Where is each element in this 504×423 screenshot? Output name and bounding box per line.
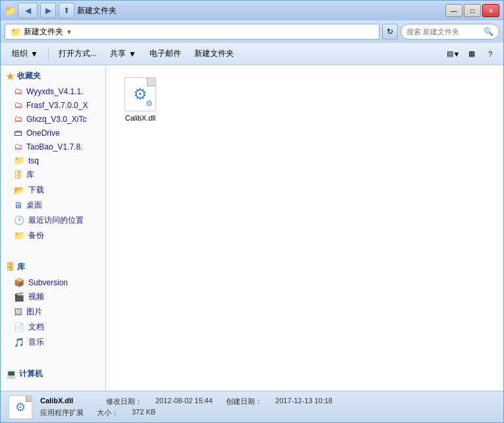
sidebar-item-desktop[interactable]: 🖥 桌面 xyxy=(1,198,105,213)
sidebar-item-image[interactable]: 🖼 图片 xyxy=(1,304,105,320)
email-button[interactable]: 电子邮件 xyxy=(144,45,187,63)
sidebar-item-doc-label: 文档 xyxy=(28,322,44,333)
stack-icon: 🗂 xyxy=(14,86,22,96)
help-button[interactable]: ? xyxy=(482,46,498,62)
new-folder-button[interactable]: 新建文件夹 xyxy=(188,45,240,63)
library-label: 库 xyxy=(17,262,25,273)
sidebar: ★ 收藏夹 🗂 Wyyxds_V4.1.1. 🗂 Frasf_V3.7.0.0_… xyxy=(1,65,106,391)
view-details-button[interactable]: ▤ ▼ xyxy=(445,46,461,62)
sidebar-item-taobao[interactable]: 🗂 TaoBao_V1.7.8. xyxy=(1,140,105,154)
sidebar-item-download-label: 下载 xyxy=(28,184,44,196)
back-button[interactable]: ◀ xyxy=(18,3,38,18)
content-area: ★ 收藏夹 🗂 Wyyxds_V4.1.1. 🗂 Frasf_V3.7.0.0_… xyxy=(1,65,503,391)
status-bar: ⚙ CalibX.dll 修改日期： 2012-08-02 15:44 创建日期… xyxy=(1,391,503,422)
sidebar-item-music[interactable]: 🎵 音乐 xyxy=(1,335,105,350)
sidebar-gap-1 xyxy=(1,246,105,256)
sidebar-item-frasf-label: Frasf_V3.7.0.0_X xyxy=(26,101,88,110)
close-button[interactable]: ✕ xyxy=(482,4,499,17)
status-row-1: CalibX.dll 修改日期： 2012-08-02 15:44 创建日期： … xyxy=(40,397,495,407)
refresh-icon: ↻ xyxy=(387,27,393,36)
video-icon: 🎬 xyxy=(14,292,24,302)
gear-small-icon: ⚙ xyxy=(146,99,153,108)
image-icon: 🖼 xyxy=(14,307,22,317)
sidebar-item-recent[interactable]: 🕐 最近访问的位置 xyxy=(1,213,105,228)
view-details-icon: ▤ xyxy=(447,49,453,58)
status-info: CalibX.dll 修改日期： 2012-08-02 15:44 创建日期： … xyxy=(40,397,495,418)
view-dropdown-icon: ▼ xyxy=(453,50,461,58)
forward-icon: ▶ xyxy=(45,6,51,15)
organize-button[interactable]: 组织 ▼ xyxy=(6,45,44,63)
address-folder-icon: 📁 xyxy=(11,27,21,37)
dll-icon: ⚙ ⚙ xyxy=(125,77,156,111)
sidebar-item-image-label: 图片 xyxy=(26,306,42,318)
refresh-button[interactable]: ↻ xyxy=(382,24,398,40)
sidebar-gap-2 xyxy=(1,352,105,363)
sidebar-item-video[interactable]: 🎬 视频 xyxy=(1,289,105,304)
sidebar-item-wyyxds[interactable]: 🗂 Wyyxds_V4.1.1. xyxy=(1,84,105,98)
sidebar-item-backup-label: 备份 xyxy=(28,230,44,241)
status-filename: CalibX.dll xyxy=(40,397,93,407)
view-tiles-button[interactable]: ▦ xyxy=(464,46,480,62)
computer-section: 💻 计算机 xyxy=(1,363,105,385)
search-input[interactable] xyxy=(406,28,481,36)
subversion-icon: 📦 xyxy=(14,277,24,287)
open-with-button[interactable]: 打开方式... xyxy=(53,45,103,63)
library-folder-icon: 🗄 xyxy=(14,170,22,180)
computer-label: 计算机 xyxy=(19,368,43,380)
title-folder-icon: 📁 xyxy=(5,5,15,16)
status-file-icon: ⚙ xyxy=(9,395,32,419)
sidebar-item-onedrive[interactable]: 🗃 OneDrive xyxy=(1,126,105,140)
sidebar-item-ku[interactable]: 🗄 库 xyxy=(1,167,105,183)
library-folder-icon: 🗄 xyxy=(6,262,14,272)
address-box[interactable]: 📁 新建文件夹 ▼ xyxy=(5,24,379,40)
view-tiles-icon: ▦ xyxy=(468,49,475,58)
status-size-value: 372 KB xyxy=(132,408,155,418)
favorites-header[interactable]: ★ 收藏夹 xyxy=(1,68,105,84)
sidebar-item-backup[interactable]: 📁 备份 xyxy=(1,228,105,243)
status-modified-value: 2012-08-02 15:44 xyxy=(155,397,213,407)
address-dropdown-icon[interactable]: ▼ xyxy=(66,28,72,36)
title-bar-controls: — □ ✕ xyxy=(445,4,499,17)
status-modified-label: 修改日期： xyxy=(106,397,142,407)
library-header[interactable]: 🗄 库 xyxy=(1,259,105,275)
computer-header[interactable]: 💻 计算机 xyxy=(1,366,105,382)
sidebar-item-subversion[interactable]: 📦 Subversion xyxy=(1,275,105,289)
sidebar-item-video-label: 视频 xyxy=(28,291,44,302)
sidebar-item-glxzq[interactable]: 🗂 Glxzq_V3.0_XiTc xyxy=(1,112,105,126)
favorites-label: 收藏夹 xyxy=(17,70,41,82)
sidebar-item-subversion-label: Subversion xyxy=(28,278,68,287)
share-label: 共享 xyxy=(110,48,126,59)
sidebar-item-frasf[interactable]: 🗂 Frasf_V3.7.0.0_X xyxy=(1,98,105,112)
star-icon: ★ xyxy=(6,71,14,82)
file-item-calibx[interactable]: ⚙ ⚙ CalibX.dll xyxy=(114,73,167,126)
status-row-2: 应用程序扩展 大小： 372 KB xyxy=(40,408,495,418)
up-icon: ⬆ xyxy=(63,6,70,15)
sidebar-item-ku-label: 库 xyxy=(26,169,34,181)
minimize-button[interactable]: — xyxy=(445,4,462,17)
title-text: 新建文件夹 xyxy=(77,5,117,16)
search-box[interactable]: 🔍 xyxy=(401,24,499,40)
address-bar: 📁 新建文件夹 ▼ ↻ 🔍 xyxy=(1,20,503,43)
folder-icon: 📁 xyxy=(14,155,24,165)
maximize-button[interactable]: □ xyxy=(464,4,481,17)
window: 📁 ◀ ▶ ⬆ 新建文件夹 — □ ✕ 📁 新建文件夹 ▼ ↻ xyxy=(0,0,504,423)
favorites-section: ★ 收藏夹 🗂 Wyyxds_V4.1.1. 🗂 Frasf_V3.7.0.0_… xyxy=(1,65,105,246)
file-item-icon: ⚙ ⚙ xyxy=(123,77,157,111)
download-folder-icon: 📂 xyxy=(14,185,24,195)
open-with-label: 打开方式... xyxy=(59,48,97,59)
sidebar-item-glxzq-label: Glxzq_V3.0_XiTc xyxy=(26,115,86,124)
sidebar-item-doc[interactable]: 📄 文档 xyxy=(1,320,105,335)
share-button[interactable]: 共享 ▼ xyxy=(104,45,142,63)
file-area: ⚙ ⚙ CalibX.dll xyxy=(106,65,503,391)
status-created-value: 2017-12-13 10:18 xyxy=(275,397,333,407)
backup-folder-icon: 📁 xyxy=(14,231,24,240)
toolbar-right: ▤ ▼ ▦ ? xyxy=(445,46,498,62)
onedrive-icon: 🗃 xyxy=(14,128,22,138)
new-folder-label: 新建文件夹 xyxy=(194,48,234,59)
address-text: 新建文件夹 xyxy=(24,26,63,38)
forward-button[interactable]: ▶ xyxy=(40,3,56,18)
sidebar-item-download[interactable]: 📂 下载 xyxy=(1,183,105,198)
up-button[interactable]: ⬆ xyxy=(59,3,74,18)
title-bar-left: 📁 ◀ ▶ ⬆ 新建文件夹 xyxy=(5,3,117,18)
sidebar-item-tsq[interactable]: 📁 tsq xyxy=(1,154,105,167)
